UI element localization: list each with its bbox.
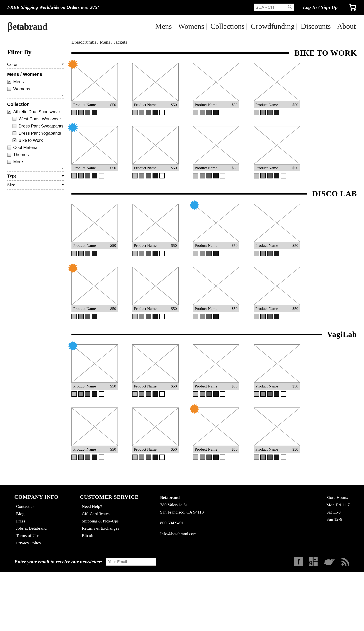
color-swatch[interactable] — [267, 391, 272, 397]
color-swatch[interactable] — [200, 251, 205, 256]
color-swatch[interactable] — [78, 110, 84, 115]
footer-link[interactable]: Gift Certificates — [80, 510, 139, 517]
product-image-placeholder[interactable] — [193, 408, 239, 446]
footer-link[interactable]: Shipping & Pick-Ups — [80, 517, 139, 525]
checkbox-icon[interactable] — [12, 124, 16, 128]
color-swatch[interactable] — [213, 110, 218, 115]
color-swatch[interactable] — [78, 455, 84, 460]
footer-link[interactable]: Contact us — [14, 503, 58, 510]
filter-collection-item[interactable]: Dress Pant Yogapants — [7, 130, 64, 137]
nav-collections[interactable]: Collections — [209, 22, 246, 30]
filter-womens[interactable]: Womens — [7, 85, 64, 92]
color-swatch[interactable] — [85, 173, 90, 178]
color-swatch[interactable] — [152, 251, 158, 256]
product-image-placeholder[interactable] — [193, 267, 239, 305]
color-swatch[interactable] — [267, 173, 272, 178]
filter-color[interactable]: Color▼ — [7, 60, 64, 69]
color-swatch[interactable] — [85, 455, 90, 460]
color-swatch[interactable] — [220, 391, 226, 397]
product-card[interactable]: Product Name $50 — [132, 126, 178, 178]
color-swatch[interactable] — [92, 173, 97, 178]
color-swatch[interactable] — [92, 391, 97, 397]
filter-type[interactable]: Type▼ — [7, 172, 64, 181]
product-card[interactable]: Product Name $50 — [132, 267, 178, 319]
product-image-placeholder[interactable] — [193, 63, 239, 101]
checkbox-icon[interactable] — [12, 138, 16, 142]
product-card[interactable]: Product Name $50 — [132, 408, 178, 460]
chevron-up-icon[interactable]: ▲ — [62, 167, 64, 170]
product-image-placeholder[interactable] — [132, 408, 178, 446]
cart-icon[interactable] — [348, 3, 357, 12]
color-swatch[interactable] — [274, 251, 279, 256]
color-swatch[interactable] — [98, 455, 104, 460]
color-swatch[interactable] — [78, 314, 84, 319]
checkbox-icon[interactable] — [7, 160, 11, 164]
color-swatch[interactable] — [146, 314, 151, 319]
filter-collection-item[interactable]: More — [7, 158, 64, 165]
product-card[interactable]: Product Name $50 — [193, 126, 239, 178]
color-swatch[interactable] — [213, 173, 218, 178]
color-swatch[interactable] — [281, 314, 286, 319]
chevron-up-icon[interactable]: ▲ — [62, 94, 64, 97]
checkbox-icon[interactable] — [7, 80, 11, 84]
color-swatch[interactable] — [200, 455, 205, 460]
product-card[interactable]: Product Name $50 — [132, 204, 178, 256]
color-swatch[interactable] — [72, 110, 77, 115]
filter-collection-item[interactable]: West Coast Workwear — [7, 115, 64, 123]
color-swatch[interactable] — [206, 110, 212, 115]
color-swatch[interactable] — [254, 314, 259, 319]
color-swatch[interactable] — [220, 110, 226, 115]
color-swatch[interactable] — [206, 173, 212, 178]
product-image-placeholder[interactable] — [254, 408, 300, 446]
color-swatch[interactable] — [274, 455, 279, 460]
product-card[interactable]: Product Name $50 — [193, 344, 239, 397]
product-image-placeholder[interactable] — [132, 126, 178, 164]
color-swatch[interactable] — [139, 314, 144, 319]
checkbox-icon[interactable] — [12, 117, 16, 121]
color-swatch[interactable] — [220, 173, 226, 178]
color-swatch[interactable] — [193, 173, 198, 178]
color-swatch[interactable] — [274, 391, 279, 397]
product-card[interactable]: Product Name $50 — [254, 204, 300, 256]
nav-crowdfunding[interactable]: Crowdfunding — [250, 22, 296, 30]
color-swatch[interactable] — [152, 110, 158, 115]
footer-link[interactable]: Privacy Policy — [14, 539, 58, 547]
color-swatch[interactable] — [254, 391, 259, 397]
color-swatch[interactable] — [146, 391, 151, 397]
color-swatch[interactable] — [98, 391, 104, 397]
product-card[interactable]: Product Name $50 — [72, 267, 118, 319]
color-swatch[interactable] — [78, 251, 84, 256]
color-swatch[interactable] — [159, 110, 165, 115]
color-swatch[interactable] — [98, 110, 104, 115]
product-card[interactable]: Product Name $50 — [254, 408, 300, 460]
color-swatch[interactable] — [85, 391, 90, 397]
color-swatch[interactable] — [254, 251, 259, 256]
color-swatch[interactable] — [132, 173, 138, 178]
color-swatch[interactable] — [200, 110, 205, 115]
color-swatch[interactable] — [92, 251, 97, 256]
product-card[interactable]: Product Name $50 — [193, 63, 239, 115]
color-swatch[interactable] — [98, 314, 104, 319]
color-swatch[interactable] — [159, 173, 165, 178]
color-swatch[interactable] — [85, 110, 90, 115]
color-swatch[interactable] — [260, 173, 266, 178]
color-swatch[interactable] — [260, 391, 266, 397]
login-link[interactable]: Log In / Sign Up — [303, 5, 338, 10]
logo[interactable]: βetabrand — [7, 20, 47, 32]
color-swatch[interactable] — [213, 391, 218, 397]
color-swatch[interactable] — [78, 173, 84, 178]
color-swatch[interactable] — [132, 314, 138, 319]
color-swatch[interactable] — [220, 251, 226, 256]
checkbox-icon[interactable] — [12, 131, 16, 135]
checkbox-icon[interactable] — [7, 87, 11, 91]
color-swatch[interactable] — [72, 173, 77, 178]
google-plus-icon[interactable]: g+ — [309, 557, 318, 566]
color-swatch[interactable] — [159, 251, 165, 256]
product-image-placeholder[interactable] — [72, 204, 118, 242]
product-image-placeholder[interactable] — [132, 267, 178, 305]
color-swatch[interactable] — [72, 455, 77, 460]
product-card[interactable]: Product Name $50 — [193, 267, 239, 319]
color-swatch[interactable] — [193, 455, 198, 460]
product-card[interactable]: Product Name $50 — [72, 126, 118, 178]
color-swatch[interactable] — [146, 251, 151, 256]
